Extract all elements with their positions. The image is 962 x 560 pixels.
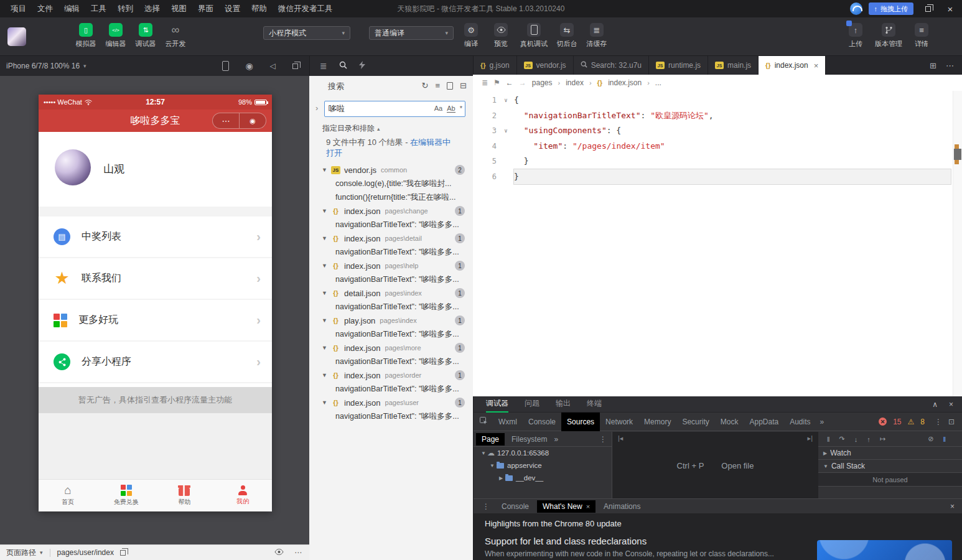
editor-button[interactable]: </> 编辑器 [101, 23, 131, 49]
menu-item[interactable]: 设置 [219, 4, 246, 14]
outline-icon[interactable]: ≣ [482, 78, 488, 87]
step-icon[interactable]: ↦ [880, 435, 885, 443]
pause-on-exceptions-icon[interactable]: ‖ [943, 436, 946, 443]
exit-button[interactable]: ◉ [239, 113, 266, 128]
workspace-avatar[interactable] [7, 27, 26, 46]
devtools-tab-wxml[interactable]: Wxml [493, 413, 523, 431]
expand-replace-icon[interactable]: › [315, 103, 318, 113]
volume-icon[interactable]: ◁ [270, 62, 276, 70]
match-case-toggle[interactable]: Aa [434, 105, 442, 113]
search-result-match[interactable]: navigationBarTitleText": "哆啦多多... [309, 382, 473, 396]
chevron-down-icon[interactable]: ▾ [40, 549, 43, 556]
warning-count[interactable]: 8 [920, 418, 925, 426]
devtools-tab-console[interactable]: Console [523, 413, 561, 431]
error-count[interactable]: 15 [893, 418, 901, 426]
code-line[interactable]: { [514, 93, 951, 108]
more-tabs-icon[interactable]: » [554, 435, 558, 444]
menu-item[interactable]: 文件 [32, 4, 58, 14]
article-title[interactable]: Support for let and class redeclarations [485, 536, 647, 546]
list-item-contact[interactable]: ★ 联系我们 › [39, 258, 272, 300]
more-options-icon[interactable]: ⋮ [479, 502, 493, 511]
more-tabs-icon[interactable]: » [816, 418, 828, 426]
more-options-icon[interactable]: ⋮ [931, 418, 942, 426]
tab-vendor-js[interactable]: JSvendor.js [517, 56, 574, 75]
regex-toggle[interactable]: * [460, 105, 462, 113]
clear-cache-button[interactable]: ≣ 清缓存 [582, 23, 612, 49]
devtools-tab-mock[interactable]: Mock [715, 413, 744, 431]
drawer-tab-whats-new[interactable]: What's New× [537, 500, 595, 513]
open-in-editor-icon[interactable] [447, 82, 453, 90]
more-actions-icon[interactable]: ⋯ [294, 548, 302, 557]
drag-upload-button[interactable]: ↑拖拽上传 [869, 2, 914, 15]
compile-mode-select[interactable]: 普通编译 ▾ [369, 26, 454, 40]
mode-select[interactable]: 小程序模式 ▾ [263, 26, 350, 40]
editor-scrollbar[interactable] [953, 91, 962, 396]
menu-item[interactable]: 微信开发者工具 [273, 4, 339, 14]
search-result-match[interactable]: navigationBarTitleText": "哆啦多多... [309, 409, 473, 423]
more-options-icon[interactable]: ⋮ [599, 435, 607, 444]
debugger-panel-tab[interactable]: 输出 [556, 396, 571, 413]
close-window-button[interactable]: × [942, 0, 958, 17]
lightning-icon[interactable] [359, 61, 365, 71]
copy-path-icon[interactable] [120, 550, 126, 556]
watch-section[interactable]: ▶ Watch [818, 447, 962, 460]
step-over-icon[interactable]: ↷ [839, 435, 845, 443]
tab-help[interactable]: 帮助 [156, 480, 214, 511]
menu-item[interactable]: 界面 [192, 4, 219, 14]
toggle-drawer-icon[interactable]: ⊡ [948, 418, 955, 426]
search-result-match[interactable]: function(){return{title:"我正在哆啦... [309, 190, 473, 204]
preview-button[interactable]: 预览 [486, 23, 516, 49]
breadcrumb-segment[interactable]: pages [532, 78, 553, 87]
close-panel-icon[interactable]: × [949, 400, 953, 409]
article-thumbnail[interactable] [817, 540, 952, 560]
debugger-panel-tab[interactable]: 问题 [525, 396, 539, 413]
clear-results-icon[interactable]: ≡ [436, 81, 441, 90]
close-icon[interactable]: × [586, 503, 590, 510]
more-actions-icon[interactable]: ⋯ [946, 61, 954, 70]
list-item-share[interactable]: 分享小程序 › [39, 342, 272, 383]
split-editor-icon[interactable]: ⊞ [930, 61, 936, 70]
upload-button[interactable]: ↑ 上传 [841, 23, 871, 49]
search-result-file[interactable]: ▼{}index.jsonpages\order1 [309, 368, 473, 382]
nav-forward-icon[interactable]: ▸| [808, 434, 813, 442]
tree-item-dev[interactable]: ▶ __dev__ [474, 472, 612, 484]
record-icon[interactable]: ◉ [246, 61, 253, 71]
breadcrumb-segment[interactable]: ... [655, 78, 661, 87]
menu-item[interactable]: 项目 [5, 4, 32, 14]
fold-icon[interactable]: ∨ [502, 93, 510, 108]
step-out-icon[interactable]: ↑ [867, 436, 871, 443]
tab-search-editor[interactable]: Search: 32.u7u [574, 56, 649, 75]
simulator-button[interactable]: ▯ 模拟器 [71, 23, 101, 49]
more-button[interactable]: ⋯ [213, 113, 239, 128]
tab-home[interactable]: ⌂ 首页 [39, 480, 97, 511]
step-into-icon[interactable]: ↓ [854, 436, 858, 443]
code-line[interactable]: "item": "/pages/index/item" [514, 139, 951, 154]
tab-main-js[interactable]: JSmain.js [708, 56, 759, 75]
tab-index-json[interactable]: {}index.json× [759, 56, 826, 75]
search-result-match[interactable]: navigationBarTitleText": "哆啦多多... [309, 245, 473, 259]
devtools-tab-audits[interactable]: Audits [784, 413, 816, 431]
list-item-more-fun[interactable]: 更多好玩 › [39, 300, 272, 342]
search-filter-toggle[interactable]: 指定目录和排除▴ [322, 123, 380, 134]
code-line[interactable]: } [514, 169, 951, 185]
search-result-match[interactable]: navigationBarTitleText": "哆啦多多... [309, 300, 473, 314]
search-result-match[interactable]: navigationBarTitleText": "哆啦多多... [309, 327, 473, 341]
debugger-panel-tab[interactable]: 终端 [587, 396, 602, 413]
compile-button[interactable]: ⚙ 编译 [456, 23, 486, 49]
search-result-file[interactable]: ▼{}play.jsonpages\index1 [309, 314, 473, 327]
menu-item[interactable]: 视图 [166, 4, 192, 14]
devtools-tab-memory[interactable]: Memory [638, 413, 676, 431]
cloud-dev-button[interactable]: ∞ 云开发 [161, 23, 190, 49]
search-result-match[interactable]: navigationBarTitleText": "哆啦多多... [309, 218, 473, 231]
tab-g-json[interactable]: {}g.json [474, 56, 517, 75]
version-manage-button[interactable]: 版本管理 [871, 23, 907, 49]
eye-icon[interactable] [274, 548, 284, 557]
search-icon[interactable] [339, 61, 347, 71]
search-result-file[interactable]: ▼{}index.jsonpages\change1 [309, 204, 473, 218]
devtools-tab-network[interactable]: Network [600, 413, 638, 431]
debugger-panel-tab[interactable]: 调试器 [486, 396, 508, 413]
switch-background-button[interactable]: ⇆ 切后台 [552, 23, 582, 49]
menu-item[interactable]: 工具 [85, 4, 112, 14]
drawer-tab-console[interactable]: Console [496, 500, 535, 513]
menu-item[interactable]: 转到 [112, 4, 139, 14]
